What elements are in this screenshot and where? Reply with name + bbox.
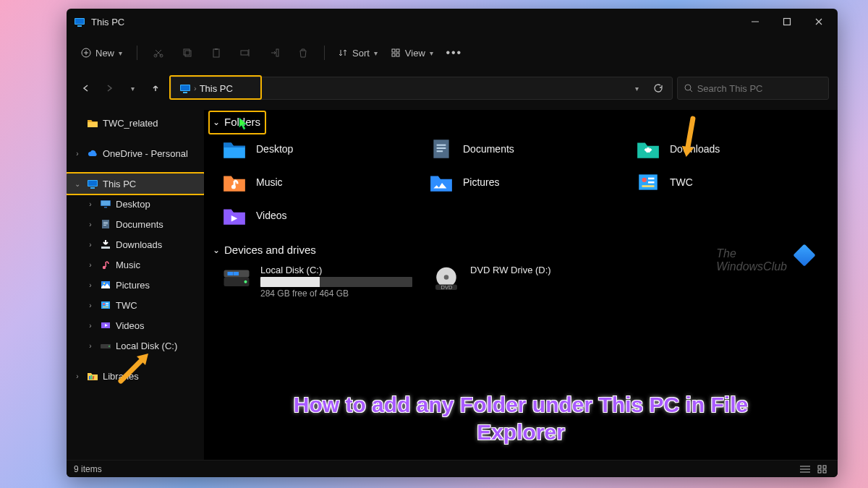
chevron-right-icon[interactable]: ›: [85, 342, 95, 350]
close-button[interactable]: [803, 9, 835, 35]
new-button[interactable]: New ▾: [74, 43, 129, 63]
new-label: New: [95, 48, 114, 59]
chevron-right-icon[interactable]: ›: [85, 301, 95, 309]
chevron-right-icon[interactable]: ›: [85, 322, 95, 330]
breadcrumb-root[interactable]: › This PC: [176, 81, 237, 96]
sidebar-item-label: OneDrive - Personal: [103, 148, 188, 159]
sidebar-item-videos[interactable]: › Videos: [67, 315, 204, 335]
picture-icon: [100, 279, 111, 291]
icons-view-button[interactable]: [814, 463, 830, 476]
sidebar-item-desktop[interactable]: › Desktop: [67, 194, 204, 214]
download-icon: [100, 239, 111, 250]
more-button[interactable]: •••: [441, 40, 468, 66]
search-icon: [684, 83, 693, 93]
folder-item-videos[interactable]: Videos: [218, 200, 418, 231]
view-label: View: [405, 48, 425, 59]
sidebar-item-downloads[interactable]: › Downloads: [67, 234, 204, 254]
paste-button[interactable]: [203, 40, 230, 66]
share-button[interactable]: [260, 40, 288, 66]
chevron-right-icon[interactable]: ›: [85, 261, 95, 269]
drive-item-dvd[interactable]: DVD RW Drive (D:): [428, 262, 554, 301]
svg-rect-45: [276, 49, 278, 56]
folder-item-downloads[interactable]: Downloads: [632, 134, 832, 164]
chevron-right-icon[interactable]: ›: [85, 200, 95, 208]
sidebar-item-twc[interactable]: › TWC: [67, 295, 204, 315]
chevron-down-icon: ⌄: [213, 117, 220, 127]
sidebar-item-label: TWC: [116, 300, 137, 311]
chevron-down-icon: ▾: [430, 49, 433, 57]
sidebar-item-documents[interactable]: › Documents: [67, 214, 204, 234]
details-view-button[interactable]: [797, 463, 813, 476]
drive-item-local[interactable]: Local Disk (C:) 284 GB free of 464 GB: [218, 262, 415, 301]
plus-circle-icon: [81, 48, 91, 58]
chevron-down-icon[interactable]: ⌄: [72, 180, 82, 188]
svg-rect-40: [184, 49, 190, 55]
address-bar[interactable]: › This PC ▾: [171, 77, 673, 100]
sort-button[interactable]: Sort ▾: [332, 43, 383, 63]
recent-button[interactable]: ▾: [122, 78, 143, 98]
copy-button[interactable]: [174, 40, 201, 66]
view-button[interactable]: View ▾: [385, 43, 439, 63]
status-bar: 9 items: [67, 460, 838, 477]
sidebar-item-label: Videos: [116, 320, 145, 331]
view-icon: [391, 48, 401, 58]
sidebar-item-local-disk[interactable]: › Local Disk (C:): [67, 335, 204, 356]
address-dropdown-button[interactable]: ▾: [627, 79, 646, 98]
drive-local-free: 284 GB free of 464 GB: [260, 288, 412, 299]
search-input[interactable]: [697, 83, 822, 94]
sidebar-item-label: Pictures: [116, 280, 150, 291]
folder-item-pictures[interactable]: Pictures: [425, 167, 625, 197]
folder-item-documents[interactable]: Documents: [425, 134, 625, 164]
breadcrumb-label: This PC: [200, 83, 233, 94]
status-items-count: 9 items: [74, 464, 102, 474]
sidebar-item-this-pc[interactable]: ⌄ This PC: [67, 174, 204, 194]
address-row: ▾ › This PC ▾: [67, 74, 838, 103]
chevron-right-icon[interactable]: ›: [72, 372, 82, 380]
search-box[interactable]: [677, 77, 829, 100]
desktop-folder-icon: [220, 137, 249, 161]
sidebar-item-label: Documents: [116, 219, 163, 230]
svg-rect-51: [818, 466, 821, 468]
folder-item-label: Desktop: [256, 143, 293, 155]
sidebar-item-onedrive[interactable]: › OneDrive - Personal: [67, 143, 204, 163]
sidebar-item-pictures[interactable]: › Pictures: [67, 275, 204, 295]
sidebar-item-label: Libraries: [103, 371, 139, 382]
chevron-down-icon: ▾: [119, 49, 122, 57]
minimize-button[interactable]: [739, 9, 771, 35]
folder-item-label: Downloads: [670, 143, 720, 155]
chevron-right-icon[interactable]: ›: [85, 221, 95, 228]
maximize-button[interactable]: [771, 9, 803, 35]
delete-button[interactable]: [289, 40, 317, 66]
sidebar-item-label: Desktop: [116, 199, 150, 210]
ellipsis-icon: •••: [446, 46, 462, 59]
up-button[interactable]: [145, 78, 166, 98]
chevron-right-icon[interactable]: ›: [85, 241, 95, 249]
chevron-right-icon[interactable]: ›: [72, 150, 82, 158]
folders-section-header[interactable]: ⌄ Folders: [211, 113, 262, 134]
chevron-down-icon: ⌄: [213, 245, 220, 255]
svg-rect-36: [784, 19, 791, 25]
cloud-icon: [87, 147, 98, 159]
sidebar-item-libraries[interactable]: › Libraries: [67, 366, 204, 386]
chevron-right-icon[interactable]: ›: [85, 281, 95, 289]
rename-button[interactable]: [231, 40, 259, 66]
refresh-button[interactable]: [649, 79, 668, 98]
sort-icon: [338, 48, 348, 58]
folders-grid: Desktop Documents Downloads Music Pictur…: [211, 134, 832, 241]
chevron-down-icon: ▾: [374, 49, 378, 57]
folders-section-label: Folders: [224, 116, 260, 128]
folder-item-music[interactable]: Music: [218, 167, 418, 197]
folder-item-label: Music: [256, 176, 283, 188]
sidebar-item-twc-related[interactable]: TWC_related: [67, 113, 204, 133]
folder-item-desktop[interactable]: Desktop: [218, 134, 418, 164]
sidebar-item-music[interactable]: › Music: [67, 254, 204, 275]
downloads-folder-icon: [634, 137, 663, 161]
this-pc-icon: [87, 178, 98, 189]
cut-button[interactable]: [145, 40, 172, 66]
forward-button[interactable]: [98, 78, 120, 98]
this-pc-icon: [179, 83, 191, 93]
folder-item-twc[interactable]: TWC: [632, 167, 832, 197]
svg-rect-43: [215, 48, 218, 50]
back-button[interactable]: [75, 78, 97, 98]
music-folder-icon: [220, 170, 249, 194]
